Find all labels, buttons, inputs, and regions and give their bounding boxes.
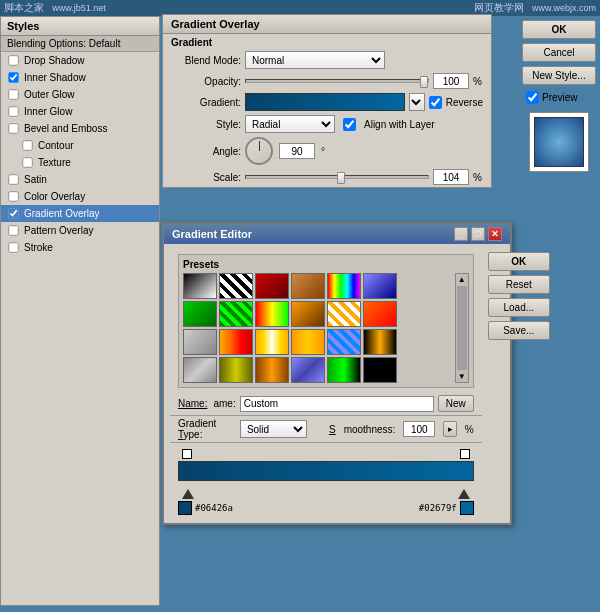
scale-slider-track[interactable] (245, 175, 429, 179)
preset-15[interactable] (255, 329, 289, 355)
drop-shadow-checkbox[interactable] (8, 55, 18, 65)
color-stop-marker-left[interactable] (182, 489, 194, 499)
outer-glow-checkbox[interactable] (8, 89, 18, 99)
preset-2[interactable] (219, 273, 253, 299)
scroll-up-arrow[interactable]: ▲ (457, 274, 467, 285)
style-item-inner-glow[interactable]: Inner Glow (1, 103, 159, 120)
opacity-slider-container: % (245, 73, 483, 89)
close-button[interactable]: ✕ (488, 227, 502, 241)
preset-10[interactable] (291, 301, 325, 327)
editor-reset-button[interactable]: Reset (488, 275, 550, 294)
style-item-inner-shadow[interactable]: Inner Shadow (1, 69, 159, 86)
preset-12[interactable] (363, 301, 397, 327)
new-gradient-button[interactable]: New (438, 395, 474, 412)
preset-23[interactable] (327, 357, 361, 383)
preview-checkbox[interactable] (526, 91, 539, 104)
inner-glow-checkbox[interactable] (8, 106, 18, 116)
satin-checkbox[interactable] (8, 174, 18, 184)
color-overlay-label: Color Overlay (24, 191, 85, 202)
preset-7[interactable] (183, 301, 217, 327)
gradient-type-select[interactable]: Solid Noise (240, 420, 307, 438)
preset-1[interactable] (183, 273, 217, 299)
gradient-swatch[interactable] (245, 93, 405, 111)
gradient-dropdown[interactable] (409, 93, 425, 111)
opacity-slider-thumb[interactable] (420, 76, 428, 88)
angle-label: Angle: (171, 146, 241, 157)
preset-20[interactable] (219, 357, 253, 383)
scale-input[interactable] (433, 169, 469, 185)
smoothness-input[interactable] (403, 421, 435, 437)
angle-dial[interactable] (245, 137, 273, 165)
style-item-bevel-emboss[interactable]: Bevel and Emboss (1, 120, 159, 137)
stop-hex-right: #02679f (419, 503, 457, 513)
name-label: Name: (178, 398, 207, 409)
editor-save-button[interactable]: Save... (488, 321, 550, 340)
angle-input[interactable] (279, 143, 315, 159)
preset-9[interactable] (255, 301, 289, 327)
angle-unit: ° (321, 146, 331, 157)
style-item-satin[interactable]: Satin (1, 171, 159, 188)
preset-16[interactable] (291, 329, 325, 355)
preset-24[interactable] (363, 357, 397, 383)
preset-6[interactable] (363, 273, 397, 299)
preset-18[interactable] (363, 329, 397, 355)
editor-ok-button[interactable]: OK (488, 252, 550, 271)
new-style-button[interactable]: New Style... (522, 66, 596, 85)
preset-5[interactable] (327, 273, 361, 299)
color-stop-marker-right[interactable] (458, 489, 470, 499)
inner-shadow-checkbox[interactable] (8, 72, 18, 82)
preset-4[interactable] (291, 273, 325, 299)
stop-color-swatch-left[interactable] (178, 501, 192, 515)
maximize-button[interactable]: □ (471, 227, 485, 241)
style-item-color-overlay[interactable]: Color Overlay (1, 188, 159, 205)
style-item-stroke[interactable]: Stroke (1, 239, 159, 256)
gradient-bar[interactable] (178, 461, 474, 481)
reverse-checkbox[interactable] (429, 96, 442, 109)
opacity-slider-track[interactable] (245, 79, 429, 83)
opacity-input[interactable] (433, 73, 469, 89)
style-item-drop-shadow[interactable]: Drop Shadow (1, 52, 159, 69)
gradient-overlay-checkbox[interactable] (8, 208, 18, 218)
preset-3[interactable] (255, 273, 289, 299)
gradient-type-label: Gradient Type: (178, 418, 232, 440)
opacity-unit: % (473, 76, 483, 87)
style-item-texture[interactable]: Texture (1, 154, 159, 171)
smoothness-increment[interactable]: ▸ (443, 421, 457, 437)
presets-scroll: ▲ ▼ (183, 273, 469, 383)
cancel-button[interactable]: Cancel (522, 43, 596, 62)
color-overlay-checkbox[interactable] (8, 191, 18, 201)
minimize-button[interactable]: _ (454, 227, 468, 241)
blend-mode-select[interactable]: Normal Multiply Screen (245, 51, 385, 69)
style-item-outer-glow[interactable]: Outer Glow (1, 86, 159, 103)
pattern-overlay-checkbox[interactable] (8, 225, 18, 235)
preset-13[interactable] (183, 329, 217, 355)
opacity-stop-right[interactable] (460, 449, 470, 459)
gradient-bar-section: #06426a #02679f (170, 445, 482, 521)
preset-14[interactable] (219, 329, 253, 355)
bevel-emboss-checkbox[interactable] (8, 123, 18, 133)
preset-8[interactable] (219, 301, 253, 327)
blend-mode-label: Blend Mode: (171, 55, 241, 66)
style-item-gradient-overlay[interactable]: Gradient Overlay (1, 205, 159, 222)
style-item-contour[interactable]: Contour (1, 137, 159, 154)
stroke-checkbox[interactable] (8, 242, 18, 252)
style-select[interactable]: Radial Linear Angle Reflected Diamond (245, 115, 335, 133)
ok-button[interactable]: OK (522, 20, 596, 39)
style-item-pattern-overlay[interactable]: Pattern Overlay (1, 222, 159, 239)
preset-21[interactable] (255, 357, 289, 383)
preset-19[interactable] (183, 357, 217, 383)
preset-17[interactable] (327, 329, 361, 355)
align-layer-checkbox[interactable] (343, 118, 356, 131)
scroll-down-arrow[interactable]: ▼ (457, 371, 467, 382)
scroll-track[interactable] (457, 286, 467, 370)
stop-color-swatch-right[interactable] (460, 501, 474, 515)
inner-shadow-label: Inner Shadow (24, 72, 86, 83)
contour-checkbox[interactable] (22, 140, 32, 150)
editor-load-button[interactable]: Load... (488, 298, 550, 317)
gradient-name-input[interactable] (240, 396, 434, 412)
preset-22[interactable] (291, 357, 325, 383)
opacity-stop-left[interactable] (182, 449, 192, 459)
preset-11[interactable] (327, 301, 361, 327)
texture-checkbox[interactable] (22, 157, 32, 167)
scale-slider-thumb[interactable] (337, 172, 345, 184)
